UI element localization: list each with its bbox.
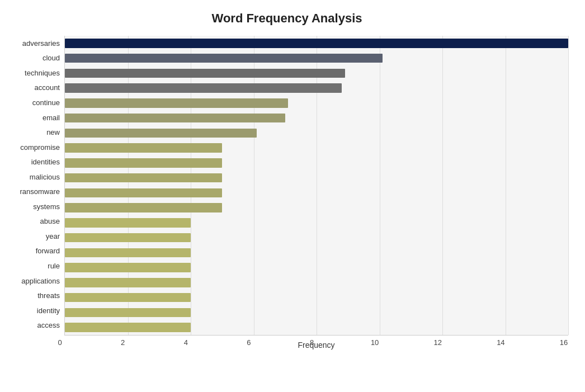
bar xyxy=(65,98,288,107)
bar xyxy=(65,323,191,332)
bar-row xyxy=(65,186,568,201)
x-axis-label: Frequency xyxy=(64,341,568,350)
bar xyxy=(65,83,342,92)
bar xyxy=(65,308,191,317)
y-axis: adversariescloudtechniquesaccountcontinu… xyxy=(6,36,64,350)
bar xyxy=(65,248,191,257)
bar-row xyxy=(65,36,568,51)
x-axis: 0246810121416 xyxy=(64,336,568,338)
bar xyxy=(65,278,191,287)
grid-line xyxy=(568,36,569,335)
y-label: abuse xyxy=(40,218,64,225)
bar-row xyxy=(65,290,568,305)
y-label: account xyxy=(34,84,64,91)
chart-title: Word Frequency Analysis xyxy=(6,11,568,26)
y-label: applications xyxy=(21,277,64,285)
bar xyxy=(65,39,568,48)
bar-row xyxy=(65,155,568,171)
bar xyxy=(65,203,222,212)
bar-row xyxy=(65,51,568,66)
bar-row xyxy=(65,96,568,111)
bar xyxy=(65,114,285,122)
bars-wrapper xyxy=(64,36,568,336)
bar-row xyxy=(65,126,568,141)
y-label: identity xyxy=(37,307,64,314)
y-label: ransomware xyxy=(20,188,64,195)
bar-row xyxy=(65,81,568,96)
bar xyxy=(65,158,222,167)
y-label: rule xyxy=(48,262,64,270)
bar xyxy=(65,173,222,182)
bar xyxy=(65,69,345,78)
y-label: cloud xyxy=(43,54,64,62)
y-label: new xyxy=(46,129,64,136)
bar-row xyxy=(65,215,568,230)
bar-row xyxy=(65,305,568,320)
y-label: adversaries xyxy=(22,40,64,47)
bar xyxy=(65,54,383,63)
y-label: identities xyxy=(31,158,64,166)
chart-container: Word Frequency Analysis adversariescloud… xyxy=(0,0,585,392)
bar xyxy=(65,129,257,138)
bar-row xyxy=(65,140,568,155)
bars-and-xaxis: 0246810121416 Frequency xyxy=(64,36,568,350)
chart-area: adversariescloudtechniquesaccountcontinu… xyxy=(6,36,568,350)
y-label: continue xyxy=(32,99,64,106)
y-label: compromise xyxy=(20,144,64,151)
y-label: systems xyxy=(33,203,64,210)
bar-row xyxy=(65,245,568,261)
bar xyxy=(65,233,191,242)
y-label: techniques xyxy=(25,69,64,77)
bar xyxy=(65,188,222,197)
bar-row xyxy=(65,171,568,186)
y-label: malicious xyxy=(30,173,64,181)
bar-row xyxy=(65,200,568,215)
bar-row xyxy=(65,230,568,245)
bar xyxy=(65,263,191,272)
y-label: access xyxy=(37,322,64,329)
y-label: threats xyxy=(37,292,64,299)
bar xyxy=(65,293,191,302)
bar-row xyxy=(65,260,568,275)
bar-row xyxy=(65,66,568,81)
y-label: email xyxy=(43,114,64,121)
y-label: year xyxy=(46,233,64,240)
y-label: forward xyxy=(36,247,64,254)
bar xyxy=(65,218,191,227)
bar-row xyxy=(65,320,568,335)
bar-row xyxy=(65,275,568,290)
bar-row xyxy=(65,111,568,126)
bar xyxy=(65,143,222,152)
